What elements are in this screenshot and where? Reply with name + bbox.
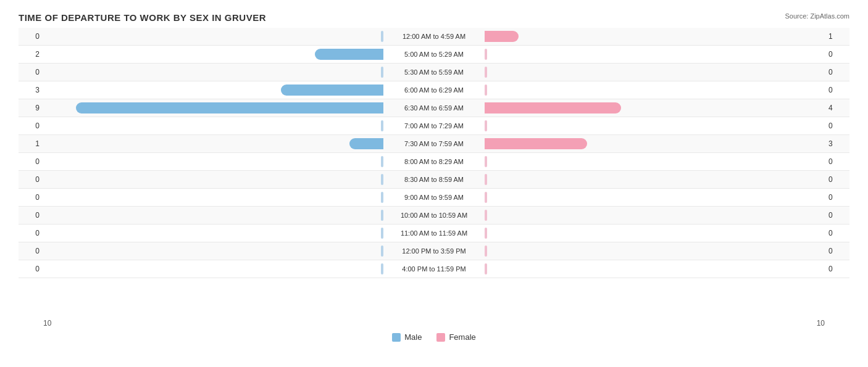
bars-section: 12:00 PM to 3:59 PM [43,242,825,260]
male-value: 0 [19,247,43,255]
source-text: Source: ZipAtlas.com [785,12,849,20]
left-bar-container [43,101,385,115]
left-bar-container [43,262,385,276]
bars-section: 5:00 AM to 5:29 AM [43,46,825,63]
left-bar-container [43,208,385,222]
time-label: 12:00 PM to 3:59 PM [385,247,483,255]
bars-section: 6:00 AM to 6:29 AM [43,81,825,99]
left-bar-container [43,83,385,97]
male-value: 0 [19,229,43,237]
male-value: 0 [19,265,43,273]
right-bar-container [483,47,825,61]
bars-section: 4:00 PM to 11:59 PM [43,260,825,278]
right-bar-container [483,137,825,151]
left-bar-container [43,119,385,133]
right-bar-container [483,262,825,276]
left-bar-container [43,191,385,204]
left-bar-container [43,47,385,61]
bars-section: 7:00 AM to 7:29 AM [43,117,825,134]
table-row: 05:30 AM to 5:59 AM0 [19,64,849,81]
table-row: 36:00 AM to 6:29 AM0 [19,81,849,99]
left-bar-container [43,244,385,258]
table-row: 17:30 AM to 7:59 AM3 [19,135,849,153]
right-bar-container [483,101,825,115]
right-bar-container [483,191,825,204]
left-bar-container [43,155,385,168]
table-row: 010:00 AM to 10:59 AM0 [19,207,849,225]
male-value: 0 [19,175,43,184]
right-bar-container [483,30,825,43]
time-label: 7:00 AM to 7:29 AM [385,122,483,130]
bars-section: 8:00 AM to 8:29 AM [43,153,825,170]
bars-section: 9:00 AM to 9:59 AM [43,189,825,206]
bars-section: 7:30 AM to 7:59 AM [43,135,825,152]
time-label: 5:00 AM to 5:29 AM [385,51,483,58]
right-bar-container [483,119,825,133]
male-value: 9 [19,104,43,112]
male-value: 3 [19,86,43,94]
legend-male: Male [392,332,422,342]
right-bar-container [483,83,825,97]
female-value: 4 [825,104,849,112]
legend-female: Female [436,332,475,342]
bar-male [281,85,383,96]
bars-section: 10:00 AM to 10:59 AM [43,207,825,224]
table-row: 25:00 AM to 5:29 AM0 [19,46,849,64]
bar-female [485,138,587,149]
female-value: 0 [825,211,849,220]
male-value: 0 [19,211,43,220]
time-label: 4:00 PM to 11:59 PM [385,265,483,273]
chart-title: TIME OF DEPARTURE TO WORK BY SEX IN GRUV… [19,12,266,23]
female-value: 0 [825,50,849,59]
bar-female [485,102,621,113]
female-value: 0 [825,86,849,94]
legend-female-box [436,333,445,342]
time-label: 12:00 AM to 4:59 AM [385,33,483,40]
time-label: 5:30 AM to 5:59 AM [385,68,483,76]
female-value: 0 [825,229,849,237]
bars-section: 6:30 AM to 6:59 AM [43,99,825,117]
table-row: 09:00 AM to 9:59 AM0 [19,189,849,207]
table-row: 96:30 AM to 6:59 AM4 [19,99,849,117]
right-bar-container [483,173,825,186]
bars-section: 8:30 AM to 8:59 AM [43,171,825,188]
female-value: 0 [825,265,849,273]
axis-left-label: 10 [43,319,51,328]
legend: Male Female [19,332,849,342]
male-value: 0 [19,32,43,41]
female-value: 0 [825,68,849,76]
axis-right-label: 10 [817,319,825,328]
bars-section: 11:00 AM to 11:59 AM [43,225,825,242]
female-value: 0 [825,122,849,130]
time-label: 7:30 AM to 7:59 AM [385,140,483,147]
chart-container: TIME OF DEPARTURE TO WORK BY SEX IN GRUV… [0,0,868,367]
bar-female [485,31,519,42]
legend-female-label: Female [449,332,475,342]
right-bar-container [483,244,825,258]
right-bar-container [483,65,825,79]
male-value: 1 [19,139,43,148]
male-value: 0 [19,193,43,202]
table-row: 04:00 PM to 11:59 PM0 [19,260,849,278]
bar-male [76,102,383,113]
bar-male [315,49,383,60]
bars-section: 12:00 AM to 4:59 AM [43,28,825,45]
legend-male-box [392,333,401,342]
title-row: TIME OF DEPARTURE TO WORK BY SEX IN GRUV… [19,12,849,23]
time-label: 6:30 AM to 6:59 AM [385,104,483,112]
male-value: 0 [19,157,43,166]
female-value: 0 [825,157,849,166]
male-value: 0 [19,68,43,76]
legend-male-label: Male [404,332,422,342]
female-value: 0 [825,247,849,255]
table-row: 012:00 PM to 3:59 PM0 [19,242,849,260]
table-row: 012:00 AM to 4:59 AM1 [19,28,849,46]
female-value: 1 [825,32,849,41]
female-value: 3 [825,139,849,148]
right-bar-container [483,208,825,222]
time-label: 11:00 AM to 11:59 AM [385,229,483,237]
left-bar-container [43,30,385,43]
time-label: 8:30 AM to 8:59 AM [385,176,483,183]
left-bar-container [43,65,385,79]
table-row: 08:00 AM to 8:29 AM0 [19,153,849,171]
